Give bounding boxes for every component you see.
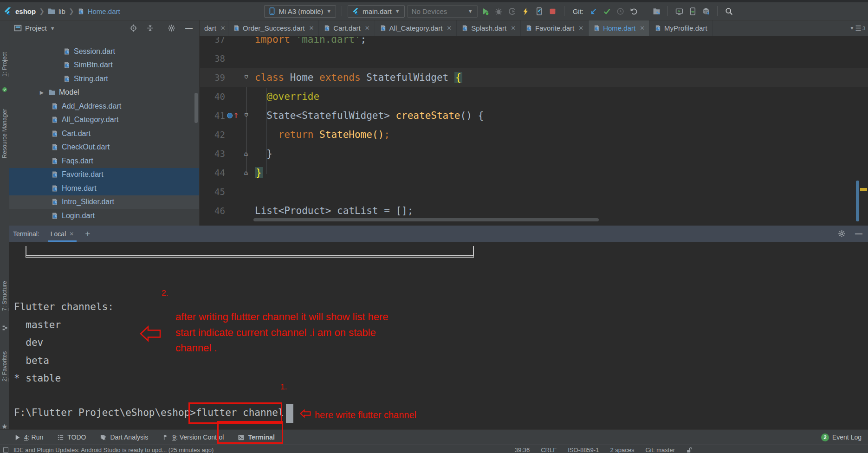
editor-tab-Home-dart[interactable]: Home.dart✕ xyxy=(589,20,650,36)
project-panel-title[interactable]: Project xyxy=(25,24,47,32)
tree-item-Login-dart[interactable]: Login.dart xyxy=(9,209,199,223)
tool-button-dart-analysis[interactable]: Dart Analysis xyxy=(100,434,148,441)
breadcrumb-folder[interactable]: lib xyxy=(58,7,65,15)
run-config-selector[interactable]: main.dart ▼ xyxy=(348,5,404,18)
tree-item-CheckOut-dart[interactable]: CheckOut.dart xyxy=(9,141,199,155)
status-message[interactable]: IDE and Plugin Updates: Android Studio i… xyxy=(13,447,214,453)
editor-tab-Favorite-dart[interactable]: Favorite.dart✕ xyxy=(521,20,589,36)
search-everywhere-button[interactable] xyxy=(723,6,734,17)
fold-marker-icon[interactable]: ⌂ xyxy=(241,112,251,119)
profile-button[interactable] xyxy=(507,6,518,17)
sdk-manager-button[interactable] xyxy=(700,6,712,17)
fold-marker-icon[interactable]: ⌂ xyxy=(241,169,251,176)
close-tab-icon[interactable]: ✕ xyxy=(509,25,516,32)
gear-icon[interactable] xyxy=(838,230,846,238)
flutter-inspector-icon[interactable] xyxy=(1,86,8,93)
project-tree-scrollbar[interactable] xyxy=(194,93,198,123)
editor-vertical-scrollbar[interactable] xyxy=(856,181,859,221)
status-item-crlf[interactable]: CRLF xyxy=(541,447,557,453)
terminal-tab-local[interactable]: Local ✕ xyxy=(48,226,77,242)
status-item-git-master[interactable]: Git: master xyxy=(645,447,675,453)
tree-item-Add_Address-dart[interactable]: Add_Address.dart xyxy=(9,99,199,113)
close-tab-icon[interactable]: ✕ xyxy=(219,25,226,32)
editor-horizontal-scrollbar[interactable] xyxy=(253,218,599,221)
breadcrumb-file[interactable]: Home.dart xyxy=(88,7,120,15)
stop-button[interactable] xyxy=(547,6,558,17)
hide-panel-icon[interactable]: — xyxy=(185,24,193,32)
code-line-41[interactable]: 41↑⌂ State<StatefulWidget> createState()… xyxy=(200,106,868,125)
code-line-37[interactable]: 37import 'main.dart'; xyxy=(200,36,868,49)
status-item-39-36[interactable]: 39:36 xyxy=(515,447,530,453)
revert-button[interactable] xyxy=(628,6,639,17)
debug-button[interactable] xyxy=(493,6,505,17)
run-button[interactable] xyxy=(480,6,491,17)
device-manager-button[interactable] xyxy=(687,6,698,17)
tool-button-run[interactable]: 4: Run xyxy=(14,434,43,441)
fold-marker-icon[interactable]: ⌂ xyxy=(241,74,251,81)
collapse-all-icon[interactable] xyxy=(146,24,154,32)
tool-button-todo[interactable]: TODO xyxy=(57,434,86,441)
tree-item-Home-dart[interactable]: Home.dart xyxy=(9,181,199,195)
code-line-43[interactable]: 43⌂ } xyxy=(200,144,868,163)
locate-file-icon[interactable] xyxy=(130,24,137,32)
tree-item-String-dart[interactable]: String.dart xyxy=(9,72,199,86)
code-line-38[interactable]: 38 xyxy=(200,49,868,68)
git-update-button[interactable] xyxy=(588,6,599,17)
status-item-2-spaces[interactable]: 2 spaces xyxy=(610,447,634,453)
gear-icon[interactable] xyxy=(168,24,175,32)
avd-manager-button[interactable] xyxy=(674,6,685,17)
editor-tab-Order_Success-dart[interactable]: Order_Success.dart✕ xyxy=(228,20,319,36)
tool-button-version-control[interactable]: 9: Version Control xyxy=(162,434,224,441)
code-line-39[interactable]: 39⌂class Home extends StatefulWidget { xyxy=(200,68,868,87)
editor-tab-dart[interactable]: dart✕ xyxy=(200,20,228,36)
tool-button-favorites[interactable]: 2: Favorites xyxy=(0,339,9,394)
code-line-45[interactable]: 45 xyxy=(200,182,868,201)
tree-item-Faqs-dart[interactable]: Faqs.dart xyxy=(9,154,199,168)
hot-reload-button[interactable] xyxy=(520,6,531,17)
code-line-40[interactable]: 40 @override xyxy=(200,87,868,106)
tree-item-Session-dart[interactable]: Session.dart xyxy=(9,45,199,58)
breadcrumb-project[interactable]: eshop xyxy=(15,7,36,15)
terminal-panel[interactable]: Flutter channels: master dev beta * stab… xyxy=(9,242,868,429)
tree-item-SimBtn-dart[interactable]: SimBtn.dart xyxy=(9,58,199,72)
code-line-42[interactable]: 42 return StateHome(); xyxy=(200,125,868,144)
project-structure-button[interactable] xyxy=(651,6,662,17)
editor-tab-Splash-dart[interactable]: Splash.dart✕ xyxy=(457,20,521,36)
tree-item-Favorite-dart[interactable]: Favorite.dart xyxy=(9,168,199,182)
target-device-selector[interactable]: No Devices ▼ xyxy=(407,5,478,18)
tool-button-structure[interactable]: 7: Structure xyxy=(0,270,9,322)
close-tab-icon[interactable]: ✕ xyxy=(307,25,314,32)
event-log-button[interactable]: 2 Event Log xyxy=(821,434,862,441)
editor-tab-MyProfile-dart[interactable]: MyProfile.dart xyxy=(650,20,713,36)
status-item-iso-8859-1[interactable]: ISO-8859-1 xyxy=(568,447,599,453)
close-tab-icon[interactable]: ✕ xyxy=(363,25,370,32)
editor-tab-All_Category-dart[interactable]: All_Category.dart✕ xyxy=(375,20,457,36)
tool-button-resource-manager[interactable]: Resource Manager xyxy=(0,96,9,171)
git-commit-button[interactable] xyxy=(601,6,612,17)
tree-item-Intro_Slider-dart[interactable]: Intro_Slider.dart xyxy=(9,195,199,209)
chevron-down-icon[interactable]: ▼ xyxy=(50,26,55,31)
expand-arrow-icon[interactable]: ▶ xyxy=(39,90,45,96)
status-icon[interactable] xyxy=(3,447,8,453)
tool-button-project[interactable]: 1: Project xyxy=(0,44,9,85)
structure-icon[interactable] xyxy=(2,325,8,331)
editor-tab-Cart-dart[interactable]: Cart.dart✕ xyxy=(319,20,375,36)
close-tab-icon[interactable]: ✕ xyxy=(638,25,645,32)
favorites-star-icon[interactable]: ★ xyxy=(1,422,7,431)
close-icon[interactable]: ✕ xyxy=(69,231,74,237)
tree-item-Cart-dart[interactable]: Cart.dart xyxy=(9,127,199,141)
code-editor[interactable]: 37import 'main.dart';3839⌂class Home ext… xyxy=(200,36,868,226)
fold-marker-icon[interactable]: ⌂ xyxy=(241,150,251,157)
tree-item-Model[interactable]: ▶Model xyxy=(9,86,199,100)
hide-panel-icon[interactable]: — xyxy=(855,230,862,238)
code-line-46[interactable]: 46List<Product> catList = []; xyxy=(200,201,868,220)
overrides-gutter-icon[interactable]: ↑ xyxy=(225,111,241,120)
history-button[interactable] xyxy=(615,6,626,17)
close-tab-icon[interactable]: ✕ xyxy=(445,25,452,32)
tree-item-All_Category-dart[interactable]: All_Category.dart xyxy=(9,113,199,127)
hot-restart-button[interactable] xyxy=(534,6,545,17)
device-selector[interactable]: Mi A3 (mobile) ▼ xyxy=(264,5,336,18)
new-terminal-icon[interactable]: + xyxy=(85,229,90,239)
hidden-tabs-indicator[interactable]: ▼ ☰ 3 xyxy=(850,20,865,36)
close-tab-icon[interactable]: ✕ xyxy=(577,25,583,32)
